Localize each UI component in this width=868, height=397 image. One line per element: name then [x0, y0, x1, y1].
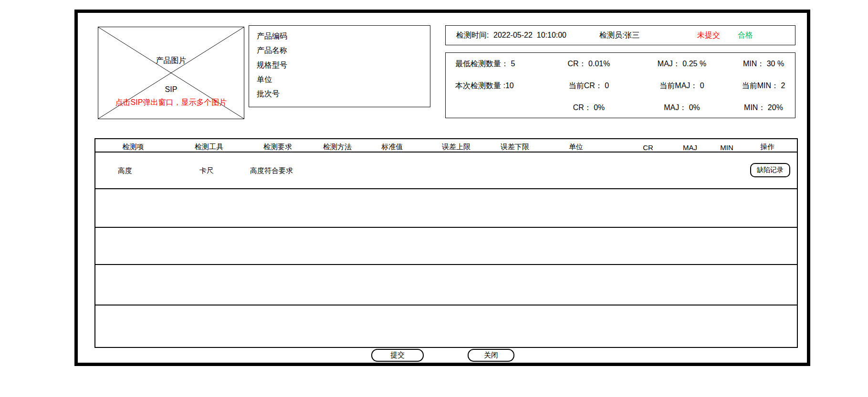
- table-row-empty: [95, 189, 797, 228]
- row-requirement-value: 高度符合要求: [250, 166, 293, 175]
- product-name-label: 产品名称: [257, 46, 430, 56]
- col-header-maj: MAJ: [683, 143, 697, 152]
- defect-record-button[interactable]: 缺陷记录: [750, 163, 790, 177]
- current-min: 当前MIN： 2: [732, 75, 795, 97]
- cr-rate: CR： 0%: [546, 97, 632, 119]
- product-image-title: 产品图片: [98, 56, 244, 66]
- col-header-requirement: 检测要求: [263, 143, 292, 152]
- table-header-row: 检测项 检测工具 检测要求 检测方法 标准值 误差上限 误差下限 单位 CR M…: [95, 139, 797, 153]
- col-header-upper-tolerance: 误差上限: [442, 143, 471, 152]
- min-limit: MIN： 30 %: [732, 53, 795, 75]
- table-row: 高度 卡尺 高度符合要求 缺陷记录: [95, 153, 797, 189]
- close-button[interactable]: 关闭: [468, 349, 514, 362]
- cr-limit: CR： 0.01%: [546, 53, 632, 75]
- min-inspect-qty: 最低检测数量： 5: [446, 53, 546, 75]
- col-header-lower-tolerance: 误差下限: [501, 143, 529, 152]
- product-code-label: 产品编码: [257, 31, 430, 41]
- inspector-name: 检测员:张三: [599, 31, 639, 41]
- inspection-table: 检测项 检测工具 检测要求 检测方法 标准值 误差上限 误差下限 单位 CR M…: [94, 138, 798, 348]
- current-cr: 当前CR： 0: [546, 75, 632, 97]
- product-image-placeholder[interactable]: 产品图片 SIP 点击SIP弹出窗口，显示多个图片: [98, 27, 244, 119]
- sip-link[interactable]: SIP: [98, 85, 244, 94]
- inspection-time-label: 检测时间:: [456, 31, 489, 41]
- min-rate: MIN： 20%: [732, 97, 795, 119]
- maj-rate: MAJ： 0%: [632, 97, 732, 119]
- submit-status-badge: 未提交: [697, 31, 720, 41]
- row-item-value: 高度: [118, 166, 132, 175]
- col-header-tool: 检测工具: [195, 143, 223, 152]
- inspection-time-value: 2022-05-22 10:10:00: [493, 31, 566, 40]
- main-window-frame: 产品图片 SIP 点击SIP弹出窗口，显示多个图片 产品编码 产品名称 规格型号…: [74, 10, 810, 366]
- col-header-method: 检测方法: [323, 143, 352, 152]
- col-header-min: MIN: [720, 143, 733, 152]
- sip-note: 点击SIP弹出窗口，显示多个图片: [98, 98, 244, 108]
- table-row-empty: [95, 228, 797, 265]
- inspection-stats-panel: 最低检测数量： 5 CR： 0.01% MAJ： 0.25 % MIN： 30 …: [445, 52, 795, 118]
- current-inspect-qty: 本次检测数量 :10: [446, 75, 546, 97]
- stats-empty-cell: [446, 97, 546, 119]
- batch-no-label: 批次号: [257, 89, 430, 99]
- spec-model-label: 规格型号: [257, 61, 430, 71]
- col-header-standard: 标准值: [382, 143, 403, 152]
- col-header-unit: 单位: [569, 143, 583, 152]
- current-maj: 当前MAJ： 0: [632, 75, 732, 97]
- product-info-panel: 产品编码 产品名称 规格型号 单位 批次号: [249, 25, 430, 107]
- inspection-header-bar: 检测时间: 2022-05-22 10:10:00 检测员:张三 未提交 合格: [445, 25, 795, 45]
- submit-button[interactable]: 提交: [371, 349, 424, 362]
- table-row-empty: [95, 305, 797, 344]
- table-row-empty: [95, 265, 797, 305]
- unit-label: 单位: [257, 75, 430, 85]
- result-status-badge: 合格: [738, 31, 753, 41]
- row-tool-value: 卡尺: [199, 166, 214, 175]
- col-header-action: 操作: [760, 143, 774, 152]
- col-header-cr: CR: [643, 143, 653, 152]
- col-header-item: 检测项: [123, 143, 144, 152]
- maj-limit: MAJ： 0.25 %: [632, 53, 732, 75]
